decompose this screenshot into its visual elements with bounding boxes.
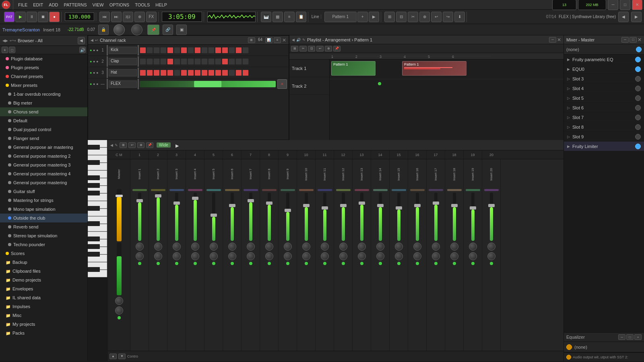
- mixer-fader-knob-18[interactable]: [451, 204, 458, 207]
- sidebar-item-reverb-send[interactable]: Reverb send: [0, 222, 87, 231]
- mm-slot-6[interactable]: ▷ Slot 6: [564, 103, 644, 113]
- pad[interactable]: [181, 47, 187, 53]
- nav-back-btn[interactable]: ◀: [618, 12, 629, 22]
- sidebar-item-clipboard[interactable]: 📁 Clipboard files: [0, 267, 87, 276]
- pad[interactable]: [153, 70, 160, 76]
- tool2-btn[interactable]: ⊟: [396, 12, 407, 22]
- mm-max-btn[interactable]: □: [630, 37, 637, 43]
- sidebar-add-btn[interactable]: +: [2, 47, 8, 53]
- mixer-led-6[interactable]: [231, 262, 234, 265]
- mixer-knob2-3[interactable]: [173, 252, 181, 260]
- pad[interactable]: [194, 47, 201, 53]
- pad[interactable]: [153, 47, 160, 53]
- mixer-tool2-btn[interactable]: ↩: [128, 142, 136, 148]
- slot3-power[interactable]: [635, 76, 641, 82]
- mixer-fader-8[interactable]: [268, 193, 271, 241]
- ch-rack-grid-btn[interactable]: ⊞: [248, 37, 255, 43]
- sidebar-item-techno-pounder[interactable]: Techno pounder: [0, 240, 87, 249]
- mixer-led-18[interactable]: [453, 262, 456, 265]
- slot9-power[interactable]: [635, 134, 641, 140]
- mixer-fader-20[interactable]: [490, 193, 493, 241]
- mixer-knob1-9[interactable]: [284, 243, 292, 251]
- ch3-name[interactable]: Hat: [109, 69, 137, 76]
- channel-rack-btn[interactable]: ▦: [272, 12, 283, 22]
- menu-view[interactable]: VIEW: [90, 2, 106, 8]
- mm-slot-fruity-limiter[interactable]: ▶ Fruity Limiter: [564, 142, 644, 151]
- pause-btn[interactable]: ⏸: [27, 12, 37, 22]
- pad[interactable]: [174, 70, 180, 76]
- slot7-power[interactable]: [635, 115, 641, 120]
- pad[interactable]: [188, 70, 194, 76]
- mixer-led-2[interactable]: [157, 262, 160, 265]
- mixer-fader-6[interactable]: [231, 193, 234, 241]
- mm-none-bottom-dot[interactable]: [566, 344, 572, 350]
- ch1-name[interactable]: Kick: [109, 47, 137, 54]
- pad[interactable]: [215, 58, 221, 65]
- mixer-bot-up-btn[interactable]: ▲: [109, 354, 117, 359]
- slot6-power[interactable]: [635, 105, 641, 111]
- menu-add[interactable]: ADD: [46, 2, 60, 8]
- master-fader-track[interactable]: [117, 189, 122, 241]
- pad[interactable]: [194, 70, 201, 76]
- sidebar-item-gpm[interactable]: General purpose mastering: [0, 178, 87, 187]
- ch2-name[interactable]: Clap: [109, 58, 137, 65]
- flex-close-btn[interactable]: ✕: [277, 79, 287, 89]
- sidebar-item-demo[interactable]: 📁 Demo projects: [0, 276, 87, 284]
- pl-collapse-btn[interactable]: ─: [549, 37, 556, 43]
- mixer-knob2-6[interactable]: [228, 252, 236, 260]
- link-btn[interactable]: 🔗: [163, 25, 173, 35]
- master-knob1[interactable]: [115, 297, 123, 305]
- maximize-btn[interactable]: □: [620, 0, 630, 10]
- tempo-display[interactable]: 130.000: [65, 12, 94, 21]
- mixer-knob1-2[interactable]: [154, 243, 162, 251]
- mixer-fader-13[interactable]: [360, 193, 363, 241]
- sidebar-item-gpm4[interactable]: General purpose mastering 4: [0, 169, 87, 178]
- pl-tb-btn1[interactable]: ⊞: [291, 46, 298, 51]
- mixer-knob2-2[interactable]: [154, 252, 162, 260]
- mixer-led-8[interactable]: [268, 262, 271, 265]
- equ0-power[interactable]: [635, 66, 641, 72]
- mixer-led-11[interactable]: [323, 262, 326, 265]
- mixer-fader-9[interactable]: [286, 193, 289, 241]
- pattern-add-btn[interactable]: +: [357, 12, 368, 22]
- minimize-btn[interactable]: ─: [608, 0, 618, 10]
- mixer-fader-15[interactable]: [397, 193, 400, 241]
- mixer-fader-knob-16[interactable]: [414, 204, 421, 207]
- pl-tb-btn5[interactable]: ⊕: [325, 46, 332, 51]
- nav-fwd-btn[interactable]: ▶: [631, 12, 642, 22]
- sidebar-item-bigmeter[interactable]: Big meter: [0, 99, 87, 107]
- eq-btn3[interactable]: +: [634, 334, 642, 340]
- ch-rack-chart-btn[interactable]: 📊: [265, 37, 272, 43]
- mixer-fader-knob-20[interactable]: [488, 204, 495, 207]
- mixer-led-20[interactable]: [490, 262, 493, 265]
- mixer-btn[interactable]: ≡: [284, 12, 295, 22]
- sidebar-item-mixer-presets[interactable]: Mixer presets: [0, 81, 87, 90]
- pad[interactable]: [181, 70, 187, 76]
- snap-btn[interactable]: 📌: [147, 25, 159, 35]
- mixer-led-15[interactable]: [397, 262, 400, 265]
- mixer-fader-18[interactable]: [453, 193, 456, 241]
- mixer-knob1-5[interactable]: [210, 243, 218, 251]
- fruity-limiter-power[interactable]: [635, 144, 641, 149]
- menu-edit[interactable]: EDIT: [31, 2, 45, 8]
- mixer-fader-knob-10[interactable]: [303, 204, 310, 207]
- sidebar-speaker-btn[interactable]: 🔊: [79, 47, 86, 53]
- mixer-knob1-14[interactable]: [376, 243, 384, 251]
- pad[interactable]: [174, 58, 180, 65]
- mixer-knob1-6[interactable]: [228, 243, 236, 251]
- mixer-fader-knob-11[interactable]: [322, 206, 328, 210]
- pl-track1-name[interactable]: Track 1: [289, 60, 329, 77]
- mixer-fader-knob-4[interactable]: [192, 197, 198, 200]
- pad[interactable]: [229, 58, 235, 65]
- mixer-fader-knob-12[interactable]: [340, 204, 347, 207]
- mixer-tool4-btn[interactable]: 📌: [146, 142, 153, 148]
- slot8-power[interactable]: [635, 124, 641, 130]
- merge-btn[interactable]: ⊕: [134, 12, 145, 22]
- mm-close-btn[interactable]: ✕: [638, 37, 642, 43]
- ch-rack-bars-btn[interactable]: ≡: [274, 37, 281, 43]
- mixer-knob1-11[interactable]: [321, 243, 329, 251]
- tool7-btn[interactable]: ⬇: [454, 12, 465, 22]
- mixer-knob2-11[interactable]: [321, 252, 329, 260]
- mixer-fader-knob-13[interactable]: [359, 202, 365, 205]
- mm-slot-3[interactable]: ▷ Slot 3: [564, 74, 644, 84]
